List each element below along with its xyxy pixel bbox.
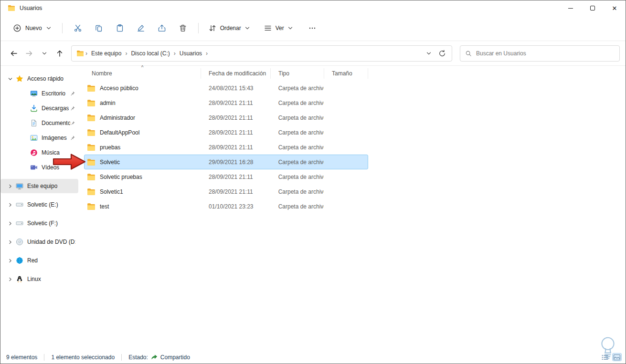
file-name: DefaultAppPool [100,129,139,136]
sidebar-item-label: Linux [27,276,41,282]
column-header-nombre[interactable]: ^Nombre [84,68,201,79]
folder-icon [87,84,95,93]
sort-button[interactable]: Ordenar [203,20,255,36]
address-bar: ›Este equipo›Disco local (C:)›Usuarios› [0,41,626,66]
file-modified: 28/09/2021 21:11 [201,114,271,121]
view-button[interactable]: Ver [259,20,298,36]
breadcrumb-item-disco-local-c[interactable]: Disco local (C:) [128,48,172,59]
address-dropdown-icon[interactable] [426,51,432,56]
file-name-cell: Solvetic pruebas [85,173,201,181]
search-input[interactable] [476,50,615,57]
cut-button[interactable] [67,20,88,37]
breadcrumb-item-usuarios[interactable]: Usuarios [177,48,204,59]
paste-button[interactable] [109,20,130,37]
state-value: Compartido [160,354,190,361]
sidebar: Acceso rápidoEscritorioDescargasDocument… [0,66,78,351]
view-toggles [600,353,622,361]
file-row-solvetic-pruebas[interactable]: Solvetic pruebas28/09/2021 21:11Carpeta … [84,169,368,184]
details-view-icon [601,354,609,361]
folder-icon [8,4,15,12]
breadcrumb-chevron-icon[interactable]: › [124,50,128,57]
up-button[interactable] [52,46,67,61]
breadcrumb-chevron-icon[interactable]: › [204,50,209,57]
copy-button[interactable] [88,20,109,37]
file-type: Carpeta de archivos [271,114,324,121]
file-row-defaultapppool[interactable]: DefaultAppPool28/09/2021 21:11Carpeta de… [84,125,368,140]
file-name: admin [100,100,116,106]
chevron-right-icon[interactable] [4,184,16,189]
chevron-right-icon[interactable] [4,239,16,245]
column-header-tamano[interactable]: Tamaño [324,68,368,79]
chevron-down-icon [244,25,250,31]
sidebar-item-videos[interactable]: Vídeos [0,160,78,175]
sidebar-item-label: Vídeos [42,164,59,171]
chevron-right-icon[interactable] [4,221,16,226]
file-area: ^NombreFecha de modificaciónTipoTamaño A… [78,66,626,351]
sidebar-item-documentos[interactable]: Documentos [0,115,78,130]
file-type: Carpeta de archivos [271,144,324,151]
thumbnails-view-button[interactable] [612,353,622,361]
file-name: Solvetic1 [100,188,123,195]
sidebar-item-red[interactable]: Red [0,253,78,268]
recent-locations-button[interactable] [37,46,52,61]
file-modified: 28/09/2021 21:11 [201,100,271,106]
sidebar-item-musica[interactable]: Música [0,145,78,160]
search-box[interactable] [460,45,620,62]
more-options-button[interactable] [302,20,323,37]
sidebar-item-unidad-de-dvd-d[interactable]: Unidad de DVD (D:) [0,235,78,249]
breadcrumb-item-este-equipo[interactable]: Este equipo [89,48,124,59]
maximize-button[interactable] [582,0,604,16]
pc-icon [16,182,23,190]
view-icon [264,24,272,32]
sidebar-item-linux[interactable]: Linux [0,272,78,286]
file-row-acceso-publico[interactable]: Acceso público24/08/2021 15:43Carpeta de… [84,81,368,95]
file-row-solvetic1[interactable]: Solvetic128/09/2021 21:11Carpeta de arch… [84,184,368,199]
chevron-right-icon[interactable] [4,258,16,263]
drive-icon [16,201,23,208]
breadcrumb-bar[interactable]: ›Este equipo›Disco local (C:)›Usuarios› [71,45,452,62]
pin-icon [70,120,75,126]
new-button[interactable]: Nuevo [7,20,57,36]
close-button[interactable]: ✕ [604,0,626,16]
toolbar-separator [198,23,199,33]
sidebar-item-escritorio[interactable]: Escritorio [0,86,78,101]
sidebar-item-descargas[interactable]: Descargas [0,101,78,115]
share-button[interactable] [151,20,172,37]
new-button-label: Nuevo [25,25,42,31]
file-row-admin[interactable]: admin28/09/2021 21:11Carpeta de archivos [84,95,368,110]
sidebar-item-acceso-rapido[interactable]: Acceso rápido [0,72,78,86]
refresh-icon[interactable] [438,50,446,57]
chevron-right-icon[interactable] [4,202,16,208]
file-type: Carpeta de archivos [271,85,324,92]
file-row-test[interactable]: test01/10/2021 23:23Carpeta de archivos [84,199,368,214]
sidebar-item-imagenes[interactable]: Imágenes [0,130,78,145]
column-header-fecha-de-modificacion[interactable]: Fecha de modificación [201,68,271,79]
items-count: 9 elementos [5,354,44,361]
sidebar-item-este-equipo[interactable]: Este equipo [0,179,78,193]
chevron-down-icon[interactable] [4,76,16,82]
delete-button[interactable] [172,20,193,37]
details-view-button[interactable] [600,353,610,361]
file-row-pruebas[interactable]: pruebas28/09/2021 21:11Carpeta de archiv… [84,140,368,155]
file-row-solvetic[interactable]: Solvetic29/09/2021 16:28Carpeta de archi… [84,155,368,169]
drive-icon [16,219,23,227]
minimize-button[interactable] [560,0,582,16]
breadcrumb-chevron-icon[interactable]: › [84,50,89,57]
breadcrumb-chevron-icon[interactable]: › [172,50,177,57]
folder-icon [87,143,95,152]
chevron-down-icon [42,51,47,56]
chevron-right-icon[interactable] [4,277,16,282]
picture-icon [30,134,38,142]
rename-button[interactable] [130,20,151,37]
back-button[interactable] [6,46,21,61]
folder-icon [76,50,84,57]
column-header-tipo[interactable]: Tipo [271,68,324,79]
sidebar-item-solvetic-e[interactable]: Solvetic (E:) [0,198,78,212]
sidebar-item-label: Documentos [42,120,70,126]
window-tab[interactable]: Usuarios [0,4,42,12]
sidebar-item-solvetic-f[interactable]: Solvetic (F:) [0,216,78,230]
forward-button[interactable] [21,46,36,61]
file-name: Solvetic [100,159,120,166]
state-label: Estado: [128,354,148,361]
file-row-administrador[interactable]: Administrador28/09/2021 21:11Carpeta de … [84,110,368,125]
